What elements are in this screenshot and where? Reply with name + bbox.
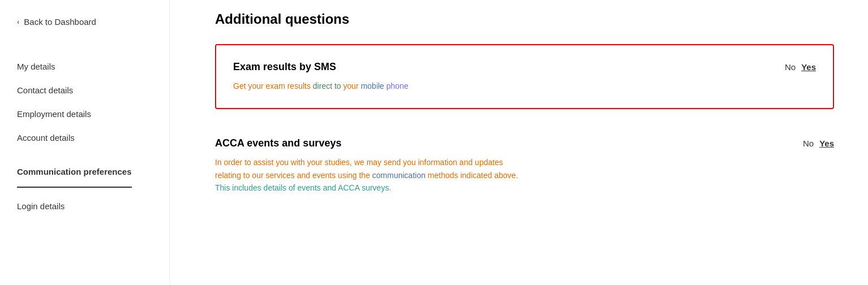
exam-results-sms-no[interactable]: No bbox=[785, 62, 796, 72]
acca-events-surveys-description: In order to assist you with your studies… bbox=[215, 156, 518, 194]
acca-events-surveys-no[interactable]: No bbox=[803, 139, 814, 148]
acca-desc-line1: In order to assist you with your studies… bbox=[215, 158, 503, 167]
exam-results-sms-title: Exam results by SMS bbox=[233, 61, 409, 73]
page-title: Additional questions bbox=[215, 11, 834, 27]
exam-desc-part2: direct to bbox=[313, 81, 341, 90]
acca-events-surveys-section: ACCA events and surveys In order to assi… bbox=[215, 132, 834, 200]
sidebar-item-communication-preferences[interactable]: Communication preferences bbox=[17, 157, 132, 188]
sidebar: ‹ Back to Dashboard My details Contact d… bbox=[0, 0, 170, 285]
acca-desc-line4: This includes details of events and ACCA… bbox=[215, 183, 391, 192]
sidebar-item-login-details[interactable]: Login details bbox=[17, 191, 65, 221]
sidebar-item-communication-preferences-wrapper: Communication preferences bbox=[17, 150, 169, 195]
exam-desc-part5: phone bbox=[384, 81, 409, 90]
exam-results-sms-section: Exam results by SMS Get your exam result… bbox=[215, 44, 834, 109]
main-content: Additional questions Exam results by SMS… bbox=[170, 0, 868, 285]
back-to-dashboard-link[interactable]: ‹ Back to Dashboard bbox=[17, 17, 169, 27]
acca-events-surveys-header: ACCA events and surveys In order to assi… bbox=[215, 137, 834, 194]
sidebar-item-account-details[interactable]: Account details bbox=[17, 123, 75, 153]
sidebar-item-account-details-wrapper: Account details bbox=[17, 126, 169, 150]
acca-events-surveys-title: ACCA events and surveys bbox=[215, 137, 518, 149]
sidebar-nav: My details Contact details Employment de… bbox=[17, 55, 169, 218]
exam-results-sms-yes[interactable]: Yes bbox=[801, 62, 816, 72]
sidebar-item-login-details-wrapper: Login details bbox=[17, 195, 169, 218]
exam-results-sms-toggle: No Yes bbox=[785, 61, 816, 72]
acca-events-surveys-content: ACCA events and surveys In order to assi… bbox=[215, 137, 518, 194]
acca-events-surveys-toggle: No Yes bbox=[803, 137, 834, 148]
chevron-left-icon: ‹ bbox=[17, 18, 19, 26]
back-link-label: Back to Dashboard bbox=[24, 17, 96, 27]
acca-desc-line3: methods indicated above. bbox=[426, 171, 518, 180]
exam-desc-part4: mobile bbox=[361, 81, 384, 90]
exam-results-sms-description: Get your exam results direct to your mob… bbox=[233, 80, 409, 92]
acca-desc-blue1: communication bbox=[372, 171, 426, 180]
exam-results-sms-header: Exam results by SMS Get your exam result… bbox=[233, 61, 816, 92]
acca-events-surveys-yes[interactable]: Yes bbox=[819, 139, 834, 148]
exam-results-sms-content: Exam results by SMS Get your exam result… bbox=[233, 61, 409, 92]
exam-desc-part1: Get your exam results bbox=[233, 81, 313, 90]
acca-desc-line2: relating to our services and events usin… bbox=[215, 171, 372, 180]
exam-desc-part3: your bbox=[341, 81, 361, 90]
